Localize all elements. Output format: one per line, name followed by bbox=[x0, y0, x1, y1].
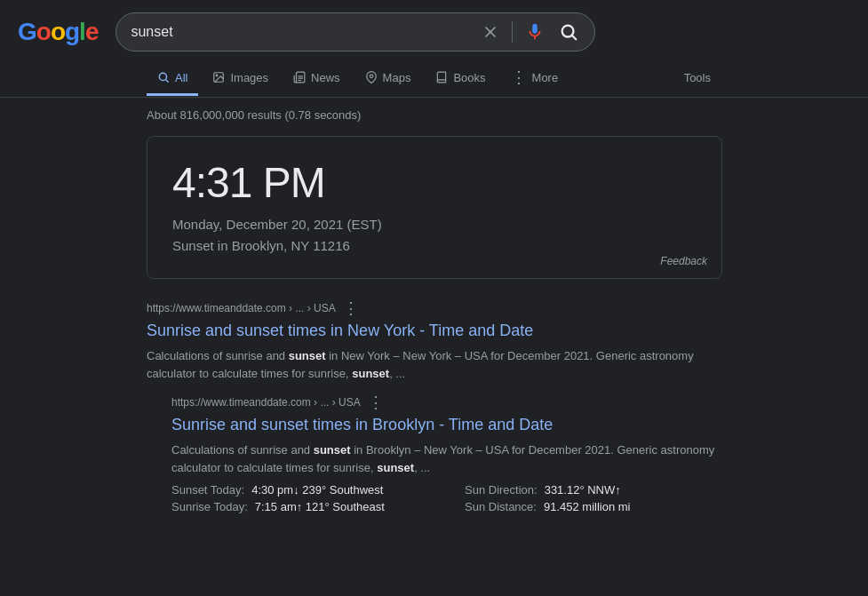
google-logo[interactable]: Google bbox=[18, 18, 98, 46]
svg-line-3 bbox=[573, 36, 577, 39]
logo-letter-e: e bbox=[85, 18, 99, 45]
feedback-link[interactable]: Feedback bbox=[660, 255, 707, 267]
fact-label-sunset: Sunset Today: bbox=[171, 483, 244, 497]
result-1-url: https://www.timeanddate.com › ... › USA bbox=[147, 302, 336, 314]
fact-value-sunrise: 7:15 am↑ 121° Southeast bbox=[255, 500, 385, 513]
maps-icon bbox=[365, 71, 378, 83]
result-1-url-row: https://www.timeanddate.com › ... › USA … bbox=[147, 300, 722, 316]
search-button[interactable] bbox=[557, 20, 580, 44]
quick-fact-sunrise-today: Sunrise Today: 7:15 am↑ 121° Southeast bbox=[171, 500, 429, 513]
results-area: About 816,000,000 results (0.78 seconds)… bbox=[0, 98, 868, 513]
fact-label-sun-direction: Sun Direction: bbox=[465, 483, 538, 497]
logo-letter-g: G bbox=[18, 18, 36, 45]
featured-date-line1: Monday, December 20, 2021 (EST) bbox=[172, 214, 697, 235]
tab-images-label: Images bbox=[230, 71, 268, 84]
tab-tools-label: Tools bbox=[684, 71, 711, 84]
fact-value-sun-direction: 331.12° NNW↑ bbox=[545, 483, 621, 497]
books-icon bbox=[435, 71, 448, 83]
tab-maps[interactable]: Maps bbox=[354, 62, 422, 96]
fact-label-sunrise: Sunrise Today: bbox=[171, 500, 248, 513]
sub-result-1: https://www.timeanddate.com › ... › USA … bbox=[171, 394, 722, 513]
tab-books-label: Books bbox=[453, 71, 485, 84]
svg-line-5 bbox=[166, 80, 169, 83]
sub-result-1-menu-button[interactable]: ⋮ bbox=[368, 394, 384, 410]
search-small-icon bbox=[157, 71, 170, 83]
clear-button[interactable] bbox=[480, 21, 501, 43]
result-1-snippet: Calculations of sunrise and sunset in Ne… bbox=[147, 347, 722, 382]
fact-value-sun-distance: 91.452 million mi bbox=[544, 500, 631, 513]
news-icon bbox=[293, 71, 306, 83]
quick-fact-sun-direction: Sun Direction: 331.12° NNW↑ bbox=[465, 483, 722, 497]
fact-value-sunset: 4:30 pm↓ 239° Southwest bbox=[251, 483, 383, 497]
results-count: About 816,000,000 results (0.78 seconds) bbox=[147, 108, 868, 122]
featured-date-line2: Sunset in Brooklyn, NY 11216 bbox=[172, 235, 697, 257]
svg-point-7 bbox=[217, 75, 219, 76]
featured-time: 4:31 PM bbox=[172, 158, 697, 207]
logo-letter-g2: g bbox=[65, 18, 79, 45]
svg-point-8 bbox=[370, 75, 373, 78]
sub-result-1-title[interactable]: Sunrise and sunset times in Brooklyn - T… bbox=[171, 414, 722, 436]
featured-date: Monday, December 20, 2021 (EST) Sunset i… bbox=[172, 214, 697, 257]
tab-more[interactable]: ⋮ More bbox=[500, 60, 569, 97]
sub-result-1-url: https://www.timeanddate.com › ... › USA bbox=[171, 396, 361, 409]
header: Google sunset bbox=[0, 0, 868, 60]
result-1-title[interactable]: Sunrise and sunset times in New York - T… bbox=[147, 320, 722, 342]
search-bar-divider bbox=[512, 21, 513, 43]
tab-news[interactable]: News bbox=[283, 62, 351, 96]
quick-fact-sun-distance: Sun Distance: 91.452 million mi bbox=[465, 500, 722, 513]
tab-tools[interactable]: Tools bbox=[673, 62, 721, 96]
featured-snippet-card: 4:31 PM Monday, December 20, 2021 (EST) … bbox=[147, 136, 722, 279]
tab-images[interactable]: Images bbox=[202, 62, 279, 96]
search-result-1: https://www.timeanddate.com › ... › USA … bbox=[147, 300, 722, 513]
search-input[interactable]: sunset bbox=[131, 24, 471, 40]
voice-search-button[interactable] bbox=[523, 20, 546, 44]
tab-all-label: All bbox=[175, 71, 187, 84]
search-bar[interactable]: sunset bbox=[115, 12, 595, 52]
tab-books[interactable]: Books bbox=[425, 62, 496, 96]
fact-label-sun-distance: Sun Distance: bbox=[465, 500, 537, 513]
sub-result-1-snippet: Calculations of sunrise and sunset in Br… bbox=[171, 441, 722, 476]
nav-tabs: All Images News Maps bbox=[0, 60, 868, 98]
quick-fact-sunset-today: Sunset Today: 4:30 pm↓ 239° Southwest bbox=[171, 483, 429, 497]
quick-facts-grid: Sunset Today: 4:30 pm↓ 239° Southwest Su… bbox=[171, 483, 722, 513]
result-1-menu-button[interactable]: ⋮ bbox=[343, 300, 359, 316]
tab-news-label: News bbox=[311, 71, 340, 84]
tab-more-label: More bbox=[532, 71, 559, 84]
tab-all[interactable]: All bbox=[147, 62, 198, 96]
logo-letter-l: l bbox=[79, 18, 85, 45]
more-icon: ⋮ bbox=[511, 69, 527, 85]
search-icons bbox=[480, 20, 580, 44]
logo-letter-o1: o bbox=[36, 18, 51, 45]
sub-result-1-url-row: https://www.timeanddate.com › ... › USA … bbox=[171, 394, 722, 410]
logo-letter-o2: o bbox=[51, 18, 65, 45]
images-icon bbox=[212, 71, 225, 83]
tab-maps-label: Maps bbox=[383, 71, 411, 84]
